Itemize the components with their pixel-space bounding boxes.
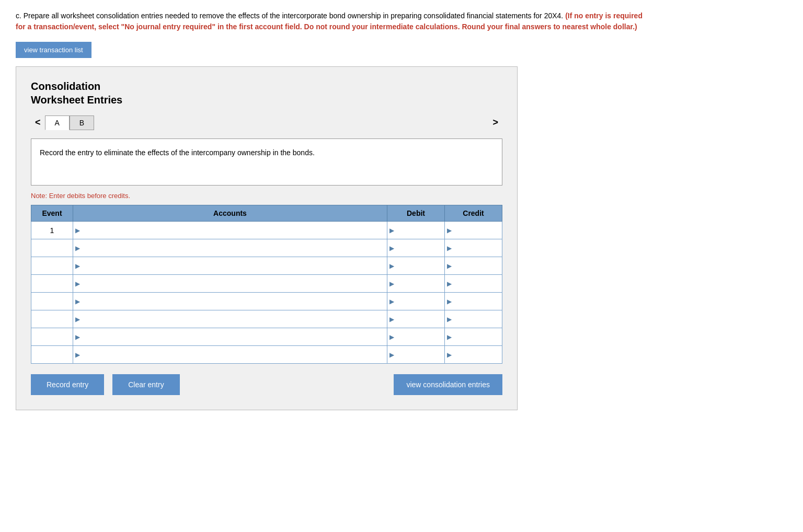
event-cell-1	[31, 239, 73, 257]
entry-description-text: Record the entry to eliminate the effect…	[40, 148, 315, 157]
col-header-credit: Credit	[445, 205, 502, 222]
table-row: 1▶▶▶	[31, 222, 502, 239]
debit-cell-0[interactable]: ▶	[387, 222, 445, 239]
nav-right-arrow[interactable]: >	[488, 115, 502, 130]
credit-input-7[interactable]	[445, 346, 502, 363]
debit-cell-1[interactable]: ▶	[387, 239, 445, 257]
credit-input-5[interactable]	[445, 310, 502, 328]
credit-cell-7[interactable]: ▶	[445, 346, 502, 364]
credit-cell-5[interactable]: ▶	[445, 310, 502, 328]
buttons-row: Record entry Clear entry view consolidat…	[31, 374, 502, 395]
accounts-cell-1[interactable]: ▶	[73, 239, 387, 257]
accounts-cell-2[interactable]: ▶	[73, 257, 387, 275]
accounts-cell-5[interactable]: ▶	[73, 310, 387, 328]
accounts-input-3[interactable]	[73, 275, 387, 292]
event-cell-6	[31, 328, 73, 346]
tab-b[interactable]: B	[70, 115, 94, 130]
tab-a[interactable]: A	[45, 115, 70, 130]
debit-input-3[interactable]	[387, 275, 444, 292]
debit-input-6[interactable]	[387, 328, 444, 345]
credit-cell-3[interactable]: ▶	[445, 275, 502, 293]
accounts-input-6[interactable]	[73, 328, 387, 345]
accounts-input-5[interactable]	[73, 310, 387, 328]
debit-cell-3[interactable]: ▶	[387, 275, 445, 293]
accounts-input-0[interactable]	[73, 222, 387, 239]
note-text: Note: Enter debits before credits.	[31, 192, 502, 200]
entry-description-box: Record the entry to eliminate the effect…	[31, 138, 502, 186]
credit-cell-6[interactable]: ▶	[445, 328, 502, 346]
table-row: ▶▶▶	[31, 257, 502, 275]
accounts-input-1[interactable]	[73, 239, 387, 257]
credit-input-3[interactable]	[445, 275, 502, 292]
clear-entry-button[interactable]: Clear entry	[112, 374, 179, 395]
accounts-cell-6[interactable]: ▶	[73, 328, 387, 346]
debit-input-5[interactable]	[387, 310, 444, 328]
accounts-input-2[interactable]	[73, 257, 387, 274]
view-consolidation-button[interactable]: view consolidation entries	[394, 374, 502, 395]
worksheet-container: Consolidation Worksheet Entries < A B > …	[16, 66, 518, 410]
table-row: ▶▶▶	[31, 310, 502, 328]
credit-cell-0[interactable]: ▶	[445, 222, 502, 239]
col-header-debit: Debit	[387, 205, 445, 222]
col-header-event: Event	[31, 205, 73, 222]
entry-table: Event Accounts Debit Credit 1▶▶▶▶▶▶▶▶▶▶▶…	[31, 205, 502, 364]
debit-cell-6[interactable]: ▶	[387, 328, 445, 346]
credit-cell-4[interactable]: ▶	[445, 293, 502, 310]
accounts-input-4[interactable]	[73, 293, 387, 310]
debit-input-1[interactable]	[387, 239, 444, 257]
accounts-cell-7[interactable]: ▶	[73, 346, 387, 364]
table-row: ▶▶▶	[31, 346, 502, 364]
credit-input-6[interactable]	[445, 328, 502, 345]
credit-input-4[interactable]	[445, 293, 502, 310]
accounts-cell-4[interactable]: ▶	[73, 293, 387, 310]
debit-cell-5[interactable]: ▶	[387, 310, 445, 328]
debit-cell-7[interactable]: ▶	[387, 346, 445, 364]
instruction-main-text: c. Prepare all worksheet consolidation e…	[16, 11, 563, 20]
event-cell-4	[31, 293, 73, 310]
event-cell-3	[31, 275, 73, 293]
credit-cell-1[interactable]: ▶	[445, 239, 502, 257]
view-transaction-button[interactable]: view transaction list	[16, 42, 91, 58]
accounts-input-7[interactable]	[73, 346, 387, 363]
debit-input-2[interactable]	[387, 257, 444, 274]
tabs-row: < A B >	[31, 115, 502, 130]
table-row: ▶▶▶	[31, 239, 502, 257]
table-row: ▶▶▶	[31, 275, 502, 293]
table-row: ▶▶▶	[31, 293, 502, 310]
credit-cell-2[interactable]: ▶	[445, 257, 502, 275]
credit-input-1[interactable]	[445, 239, 502, 257]
nav-left-arrow[interactable]: <	[31, 115, 45, 130]
col-header-accounts: Accounts	[73, 205, 387, 222]
debit-input-0[interactable]	[387, 222, 444, 239]
debit-input-7[interactable]	[387, 346, 444, 363]
event-cell-7	[31, 346, 73, 364]
event-cell-0: 1	[31, 222, 73, 239]
instruction-paragraph: c. Prepare all worksheet consolidation e…	[16, 10, 643, 32]
accounts-cell-0[interactable]: ▶	[73, 222, 387, 239]
debit-input-4[interactable]	[387, 293, 444, 310]
record-entry-button[interactable]: Record entry	[31, 374, 104, 395]
worksheet-title: Consolidation Worksheet Entries	[31, 79, 502, 107]
event-cell-2	[31, 257, 73, 275]
event-cell-5	[31, 310, 73, 328]
table-row: ▶▶▶	[31, 328, 502, 346]
credit-input-0[interactable]	[445, 222, 502, 239]
credit-input-2[interactable]	[445, 257, 502, 274]
accounts-cell-3[interactable]: ▶	[73, 275, 387, 293]
debit-cell-2[interactable]: ▶	[387, 257, 445, 275]
debit-cell-4[interactable]: ▶	[387, 293, 445, 310]
